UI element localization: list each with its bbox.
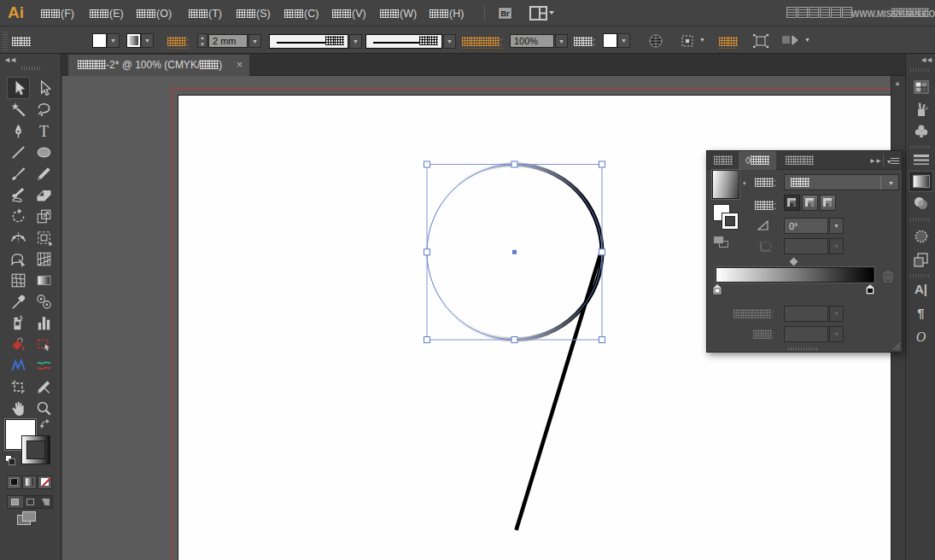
svg-text:T: T <box>39 123 49 139</box>
